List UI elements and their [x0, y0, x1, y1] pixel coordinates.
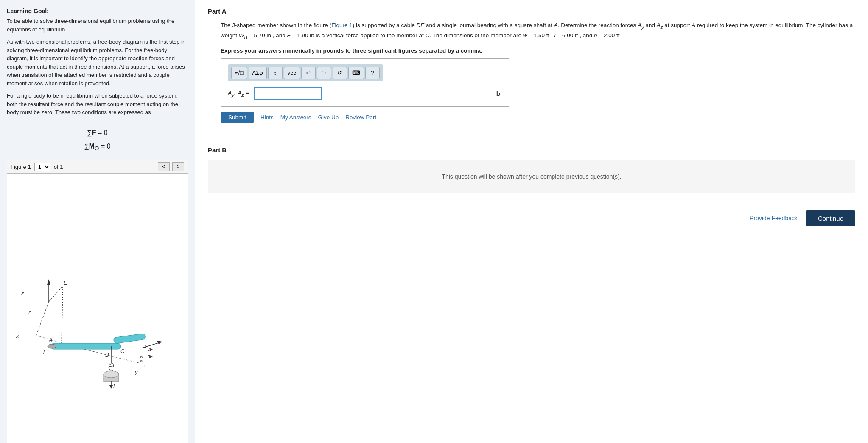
toolbar-refresh-btn[interactable]: ↺ [333, 67, 347, 79]
svg-text:w: w [140, 354, 144, 359]
figure-prev-button[interactable]: < [158, 162, 170, 171]
svg-text:A: A [48, 337, 53, 343]
svg-text:B: B [105, 352, 109, 358]
svg-text:z: z [21, 290, 24, 297]
figure-svg: z x y h l w ← w E [8, 227, 187, 389]
review-part-button[interactable]: Review Part [345, 114, 376, 121]
svg-rect-17 [51, 343, 121, 349]
part-b-section: Part B This question will be shown after… [208, 139, 855, 193]
instruction-label: Express your answers numerically in poun… [221, 48, 855, 54]
svg-text:h: h [28, 309, 31, 316]
eq1: ∑F = 0 [7, 126, 188, 140]
input-label: Ay, Az = [228, 90, 249, 98]
give-up-button[interactable]: Give Up [318, 114, 339, 121]
right-panel: Part A The J-shaped member shown in the … [195, 0, 868, 443]
figure-of: of 1 [54, 164, 63, 170]
toolbar-redo-btn[interactable]: ↪ [317, 67, 331, 79]
part-a-title: Part A [208, 8, 855, 17]
my-answers-button[interactable]: My Answers [280, 114, 311, 121]
toolbar-sqrt-btn[interactable]: ▪√□ [231, 67, 247, 79]
toolbar-sigma-btn[interactable]: AΣφ [249, 67, 267, 79]
learning-goal-para2: As with two-dimensional problems, a free… [7, 38, 188, 87]
svg-text:←: ← [143, 363, 147, 368]
unit-label: lb [496, 90, 502, 97]
svg-text:x: x [16, 333, 19, 339]
svg-point-20 [48, 344, 56, 348]
learning-goal-para3: For a rigid body to be in equilibrium wh… [7, 92, 188, 117]
toolbar: ▪√□ AΣφ ↕ vec ↩ ↪ ↺ ⌨ ? [228, 64, 383, 81]
svg-text:D: D [142, 343, 146, 350]
figure-label: Figure 1 [11, 164, 31, 170]
divider [208, 131, 855, 131]
toolbar-vec-btn[interactable]: vec [284, 67, 300, 79]
svg-text:C: C [120, 348, 125, 354]
learning-goal-para1: To be able to solve three-dimensional eq… [7, 17, 188, 34]
figure-select[interactable]: 1 [34, 163, 50, 171]
svg-text:E: E [64, 280, 67, 286]
part-b-placeholder: This question will be shown after you co… [208, 160, 855, 193]
left-panel: Learning Goal: To be able to solve three… [0, 0, 195, 443]
figure-link[interactable]: Figure 1 [331, 22, 353, 28]
part-b-title: Part B [208, 146, 855, 155]
svg-text:F: F [113, 383, 117, 389]
toolbar-keyboard-btn[interactable]: ⌨ [348, 67, 364, 79]
toolbar-help-btn[interactable]: ? [365, 67, 380, 79]
continue-button[interactable]: Continue [806, 210, 855, 226]
figure-area: z x y h l w ← w E [7, 173, 188, 443]
figure-nav: Figure 1 1 of 1 < > [7, 160, 188, 173]
eq2: ∑MO = 0 [7, 140, 188, 154]
bottom-row: Provide Feedback Continue [208, 206, 855, 226]
answer-input[interactable] [254, 87, 322, 100]
problem-text: The J-shaped member shown in the figure … [221, 21, 855, 42]
input-row: Ay, Az = lb [228, 87, 502, 100]
part-a-section: Part A The J-shaped member shown in the … [208, 0, 855, 123]
figure-next-button[interactable]: > [172, 162, 184, 171]
svg-rect-0 [8, 227, 187, 389]
learning-goal-title: Learning Goal: [7, 8, 188, 14]
toolbar-undo-btn[interactable]: ↩ [301, 67, 316, 79]
answer-box: ▪√□ AΣφ ↕ vec ↩ ↪ ↺ ⌨ ? Ay, Az = lb [221, 58, 509, 107]
svg-point-29 [104, 371, 119, 378]
hints-button[interactable]: Hints [260, 114, 274, 121]
toolbar-updown-btn[interactable]: ↕ [268, 67, 283, 79]
submit-row: Submit Hints My Answers Give Up Review P… [221, 112, 855, 123]
feedback-button[interactable]: Provide Feedback [750, 215, 798, 222]
equations-block: ∑F = 0 ∑MO = 0 [7, 126, 188, 154]
submit-button[interactable]: Submit [221, 112, 254, 123]
